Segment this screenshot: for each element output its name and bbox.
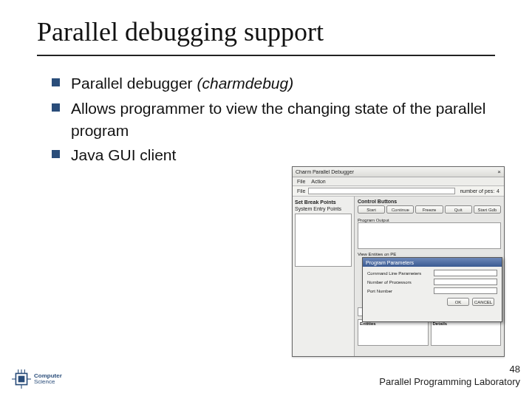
program-parameters-dialog: Program Parameters Command Line Paramete… [362, 257, 502, 322]
freeze-button[interactable]: Freeze [415, 205, 443, 214]
bullet-item: Allows programmer to view the changing s… [52, 98, 510, 142]
cs-logo: Computer Science [12, 369, 62, 389]
file-toolbar: File number of pes: 4 [293, 186, 504, 197]
start-gdb-button[interactable]: Start Gdb [474, 205, 501, 214]
menu-file[interactable]: File [297, 179, 305, 184]
quit-button[interactable]: Quit [445, 205, 472, 214]
page-number: 48 [379, 364, 520, 376]
svg-rect-1 [18, 376, 25, 383]
slide-footer: 48 Parallel Programming Laboratory [379, 364, 520, 389]
debugger-screenshot: Charm Parallel Debugger × File Action Fi… [292, 166, 505, 357]
details-pane: Details [431, 319, 502, 346]
cmdline-input[interactable] [434, 270, 497, 276]
chip-icon [12, 369, 31, 389]
nprocs-input[interactable] [434, 279, 497, 285]
entry-points-list[interactable] [295, 214, 352, 267]
cancel-button[interactable]: CANCEL [472, 298, 494, 306]
bullet-item: Java GUI client [52, 144, 510, 166]
window-titlebar: Charm Parallel Debugger × [293, 167, 504, 177]
program-output-area [358, 222, 501, 249]
file-path-field[interactable] [308, 188, 455, 194]
left-panel: Set Break Points System Entry Points [293, 197, 355, 356]
menubar: File Action [293, 177, 504, 186]
slide-title: Parallel debugging support [0, 0, 532, 53]
bullet-item: Parallel debugger (charmdebug) [52, 72, 510, 95]
start-button[interactable]: Start [358, 205, 385, 214]
entities-pane: Entities [358, 319, 429, 346]
bullet-list: Parallel debugger (charmdebug) Allows pr… [0, 72, 532, 166]
continue-button[interactable]: Continue [386, 205, 414, 214]
close-icon[interactable]: × [497, 168, 501, 175]
port-input[interactable] [434, 287, 497, 294]
title-underline [37, 55, 495, 56]
right-panel: Control Buttons Start Continue Freeze Qu… [355, 197, 504, 356]
ok-button[interactable]: OK [447, 298, 469, 306]
menu-action[interactable]: Action [311, 179, 325, 184]
lab-name: Parallel Programming Laboratory [379, 376, 520, 389]
